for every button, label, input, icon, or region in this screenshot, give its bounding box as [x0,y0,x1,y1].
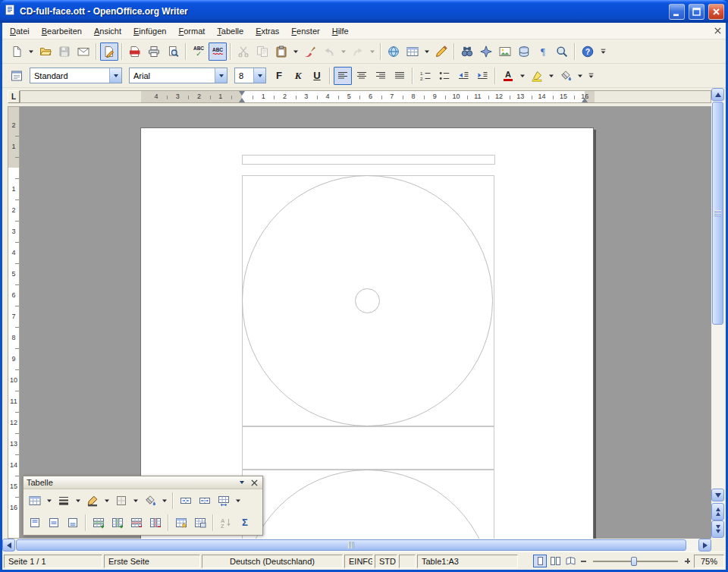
borders-dropdown[interactable] [131,492,140,510]
scroll-down-button[interactable] [711,489,724,501]
table-spacer-row[interactable] [242,426,494,470]
find-replace-button[interactable] [458,42,476,61]
font-color-dropdown[interactable] [518,67,527,85]
cd-spine-label-box[interactable] [242,155,495,165]
vertical-ruler[interactable]: 2112345678910111213141516 [8,106,20,539]
center-vertical-button[interactable] [45,514,63,532]
line-style-button[interactable] [55,492,73,510]
font-name-combo[interactable]: Arial [129,68,228,83]
table-toolbar-titlebar[interactable]: Tabelle [24,476,262,489]
zoom-slider-track[interactable] [593,561,678,562]
auto-spellcheck-button[interactable]: ABC [209,42,227,61]
scroll-up-button[interactable] [711,88,724,101]
indent-marker-left[interactable] [239,98,245,102]
email-button[interactable] [74,42,93,61]
indent-marker-right[interactable] [582,98,588,102]
delete-row-button[interactable] [127,514,146,532]
italic-button[interactable]: K [289,67,307,85]
insert-row-button[interactable] [89,514,108,532]
status-language[interactable]: Deutsch (Deutschland) [202,555,343,568]
new-document-dropdown[interactable] [27,42,36,61]
menu-bearbeiten[interactable]: Bearbeiten [36,24,88,38]
scroll-right-button[interactable] [698,539,711,552]
zoom-slider-handle[interactable] [631,557,637,566]
table-background-color-button[interactable] [141,492,159,510]
border-color-button[interactable] [83,492,102,510]
optimize-button[interactable] [215,492,233,510]
table-toolbar-window[interactable]: Tabelle AZΣ [23,476,263,536]
background-color-dropdown[interactable] [576,67,585,85]
menu-hilfe[interactable]: Hilfe [326,24,355,38]
bullet-list-button[interactable] [435,67,453,85]
vertical-scroll-thumb[interactable] [712,102,723,325]
toolbar-options-button[interactable] [598,42,609,61]
font-size-value[interactable]: 8 [235,71,253,80]
toolbar-menu-arrow-icon[interactable] [237,478,247,488]
minimize-button[interactable] [669,4,685,20]
view-layout-single-button[interactable] [533,555,547,567]
background-color-button[interactable] [557,67,575,85]
draw-functions-button[interactable] [432,42,450,61]
edit-file-button[interactable] [100,42,118,61]
cd-label-cell-2[interactable] [242,470,494,539]
table-properties-button[interactable] [191,514,209,532]
vertical-scrollbar[interactable] [711,88,724,539]
menu-tabelle[interactable]: Tabelle [211,24,249,38]
gallery-button[interactable] [496,42,514,61]
previous-page-button[interactable] [711,503,724,520]
print-button[interactable] [145,42,163,61]
status-insert-mode[interactable]: EINFG [344,555,373,568]
close-button[interactable] [708,4,724,20]
insert-table-button[interactable] [403,42,422,61]
table-background-color-dropdown[interactable] [160,492,169,510]
navigator-button[interactable] [477,42,495,61]
decrease-indent-button[interactable] [454,67,472,85]
status-zoom-value[interactable]: 75% [694,555,724,568]
export-pdf-button[interactable] [126,42,144,61]
page-preview-button[interactable] [164,42,182,61]
menu-format[interactable]: Format [172,24,211,38]
merge-cells-button[interactable] [177,492,195,510]
status-page-style[interactable]: Erste Seite [104,555,200,568]
optimize-dropdown[interactable] [234,492,243,510]
view-layout-columns-button[interactable] [548,555,562,567]
borders-button[interactable] [112,492,130,510]
delete-column-button[interactable] [146,514,165,532]
paragraph-style-dropdown[interactable] [109,68,121,83]
font-size-combo[interactable]: 8 [234,68,266,83]
menu-fenster[interactable]: Fenster [285,24,325,38]
status-page-number[interactable]: Seite 1 / 1 [4,555,102,568]
menu-datei[interactable]: Datei [4,24,36,38]
nonprinting-characters-button[interactable]: ¶ [534,42,552,61]
open-button[interactable] [36,42,55,61]
font-name-dropdown[interactable] [215,68,227,83]
menu-ansicht[interactable]: Ansicht [88,24,127,38]
font-size-dropdown[interactable] [253,68,265,83]
title-bar[interactable]: CD-full-face.ott - OpenOffice.org Writer [0,0,728,23]
format-paintbrush-button[interactable] [301,42,319,61]
numbered-list-button[interactable]: 1.2. [416,67,435,85]
zoom-in-button[interactable] [682,556,692,566]
table-dropdown[interactable] [45,492,54,510]
indent-marker-first-line[interactable] [239,91,245,96]
border-color-dropdown[interactable] [102,492,111,510]
horizontal-ruler[interactable]: 432112345678910111213141516 [20,90,711,103]
tab-stop-selector[interactable]: L [8,90,20,103]
new-document-button[interactable] [8,42,26,61]
split-cells-button[interactable] [196,492,214,510]
view-layout-book-button[interactable] [563,555,577,567]
table-button[interactable] [26,492,44,510]
bold-button[interactable]: F [270,67,288,85]
insert-table-dropdown[interactable] [422,42,431,61]
align-left-button[interactable] [334,67,352,85]
menu-einfugen[interactable]: Einfügen [127,24,172,38]
next-page-button[interactable] [711,520,724,538]
font-name-value[interactable]: Arial [130,71,215,80]
menu-extras[interactable]: Extras [249,24,285,38]
help-button[interactable]: ? [579,42,597,61]
zoom-out-button[interactable] [579,556,588,566]
align-bottom-button[interactable] [64,514,82,532]
hyperlink-button[interactable] [384,42,403,61]
insert-column-button[interactable] [108,514,127,532]
paste-button[interactable] [272,42,290,61]
